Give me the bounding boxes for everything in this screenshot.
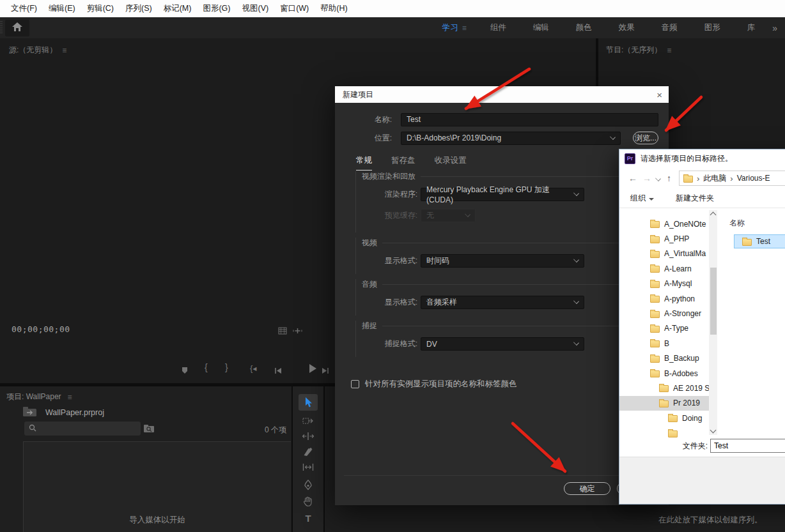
- pen-tool[interactable]: [304, 480, 313, 490]
- breadcrumb-drive[interactable]: Various-E: [737, 174, 770, 183]
- menu-bar: 文件(F) 编辑(E) 剪辑(C) 序列(S) 标记(M) 图形(G) 视图(V…: [0, 0, 785, 17]
- capture-format-label: 捕捉格式:: [356, 338, 417, 349]
- workspace-menu-icon[interactable]: ≡: [462, 24, 467, 33]
- video-display-format-dropdown[interactable]: 时间码: [421, 254, 584, 268]
- ripple-edit-tool[interactable]: [302, 432, 315, 441]
- panel-menu-icon[interactable]: ≡: [68, 393, 72, 402]
- source-panel-tab[interactable]: 源:（无剪辑） ≡: [9, 45, 66, 56]
- folder-tree: A_OneNOte A_PHP A_VirtualMa A-Learn A-My…: [619, 217, 717, 437]
- renderer-dropdown[interactable]: Mercury Playback Engine GPU 加速 (CUDA): [421, 188, 584, 201]
- audio-display-format-dropdown[interactable]: 音频采样: [421, 296, 584, 309]
- panel-menu-icon[interactable]: ≡: [667, 46, 671, 55]
- tree-scrollbar[interactable]: [709, 210, 717, 435]
- play-icon[interactable]: [309, 364, 317, 376]
- menu-file[interactable]: 文件(F): [5, 3, 43, 14]
- tree-item[interactable]: A-python: [619, 291, 717, 306]
- type-tool[interactable]: T: [305, 513, 311, 524]
- tab-ingest-settings[interactable]: 收录设置: [435, 155, 467, 171]
- ok-button[interactable]: 确定: [564, 482, 610, 495]
- menu-window[interactable]: 窗口(W): [274, 3, 315, 14]
- address-bar[interactable]: › 此电脑 › Various-E: [679, 171, 785, 186]
- close-icon[interactable]: ×: [657, 90, 662, 100]
- workspace-overflow-chevron[interactable]: »: [772, 23, 777, 33]
- project-file-row[interactable]: WallPaper.prproj: [23, 406, 104, 419]
- menu-markers[interactable]: 标记(M): [158, 3, 198, 14]
- up-icon[interactable]: ↑: [667, 173, 671, 183]
- workspace-tab-effects[interactable]: 效果: [619, 22, 635, 33]
- home-button[interactable]: [5, 20, 29, 36]
- project-search-box[interactable]: [24, 422, 141, 436]
- recent-locations-chevron-icon[interactable]: [655, 176, 661, 181]
- folder-name-input[interactable]: [710, 439, 785, 453]
- browse-button[interactable]: 浏览...: [633, 132, 658, 144]
- tree-item-selected[interactable]: Pr 2019: [619, 396, 717, 411]
- program-panel-tab[interactable]: 节目:（无序列） ≡: [606, 45, 671, 56]
- project-items-area[interactable]: 导入媒体以开始: [23, 441, 291, 532]
- track-select-tool[interactable]: [302, 416, 314, 425]
- tree-item[interactable]: B: [619, 336, 717, 351]
- source-timecode[interactable]: 00;00;00;00: [12, 324, 70, 334]
- tree-item[interactable]: A-Stronger: [619, 306, 717, 321]
- tree-item[interactable]: B-Adobes: [619, 366, 717, 381]
- tree-item[interactable]: B_Backup: [619, 351, 717, 366]
- forward-icon[interactable]: →: [642, 173, 651, 183]
- name-row: 名称:: [348, 113, 658, 126]
- mark-out-icon[interactable]: }: [225, 363, 228, 371]
- menu-edit[interactable]: 编辑(E): [43, 3, 81, 14]
- folder-icon: [650, 281, 660, 288]
- slip-tool[interactable]: [302, 463, 314, 471]
- tree-item[interactable]: A_OneNOte: [619, 217, 717, 231]
- tree-item[interactable]: A-Mysql: [619, 277, 717, 291]
- tab-general[interactable]: 常规: [356, 155, 372, 171]
- add-marker-icon[interactable]: [181, 365, 189, 377]
- tab-scratch-disks[interactable]: 暂存盘: [391, 155, 416, 171]
- scroll-up-icon[interactable]: [710, 212, 717, 218]
- new-folder-button[interactable]: 新建文件夹: [676, 193, 714, 204]
- workspace-tab-assembly[interactable]: 组件: [490, 22, 506, 33]
- tree-item[interactable]: AE 2019 SF: [619, 381, 717, 395]
- workspace-tab-editing[interactable]: 编辑: [533, 22, 549, 33]
- find-in-folder-icon[interactable]: [143, 423, 155, 436]
- tree-item[interactable]: A-Learn: [619, 261, 717, 276]
- menu-view[interactable]: 视图(V): [236, 3, 274, 14]
- button-editor-icon[interactable]: [293, 326, 302, 337]
- tree-item[interactable]: A-Type: [619, 321, 717, 336]
- go-to-in-icon[interactable]: {◀: [250, 363, 257, 373]
- search-input[interactable]: [40, 423, 130, 434]
- menu-graphics[interactable]: 图形(G): [197, 3, 236, 14]
- tree-item[interactable]: [619, 425, 717, 437]
- scroll-down-icon[interactable]: [710, 427, 717, 434]
- selection-tool[interactable]: [299, 394, 318, 411]
- checkbox-icon[interactable]: [351, 380, 359, 388]
- step-forward-icon[interactable]: [322, 365, 329, 377]
- tree-item[interactable]: A_VirtualMa: [619, 247, 717, 261]
- location-dropdown[interactable]: D:\B-Adobes\Pr 2019\Doing: [401, 132, 621, 145]
- step-back-icon[interactable]: [274, 365, 282, 377]
- project-name-input[interactable]: [401, 113, 658, 126]
- menu-help[interactable]: 帮助(H): [315, 3, 353, 14]
- file-list-item-selected[interactable]: Test: [734, 235, 785, 248]
- workspace-tab-color[interactable]: 颜色: [576, 22, 592, 33]
- name-column-header[interactable]: 名称: [722, 209, 785, 235]
- tree-item[interactable]: Doing: [619, 411, 717, 425]
- project-panel-tab[interactable]: 项目: WallPaper ≡: [6, 391, 72, 402]
- mark-in-icon[interactable]: {: [205, 363, 208, 371]
- tree-item[interactable]: A_PHP: [619, 231, 717, 246]
- folder-icon: [650, 370, 660, 377]
- workspace-tab-libraries[interactable]: 库: [747, 22, 756, 33]
- scrollbar-thumb[interactable]: [710, 268, 717, 335]
- workspace-tab-graphics[interactable]: 图形: [704, 22, 720, 33]
- capture-format-dropdown[interactable]: DV: [421, 337, 584, 351]
- razor-tool[interactable]: [304, 447, 313, 457]
- panel-menu-icon[interactable]: ≡: [62, 46, 66, 55]
- menu-sequence[interactable]: 序列(S): [120, 3, 158, 14]
- back-icon[interactable]: ←: [628, 173, 637, 183]
- hand-tool[interactable]: [304, 496, 313, 506]
- folder-icon: [650, 340, 660, 347]
- organize-button[interactable]: 组织: [630, 193, 646, 204]
- breadcrumb-this-pc[interactable]: 此电脑: [703, 173, 726, 184]
- workspace-tab-audio[interactable]: 音频: [662, 22, 678, 33]
- menu-clip[interactable]: 剪辑(C): [81, 3, 120, 14]
- monitor-settings-icon[interactable]: [278, 326, 287, 337]
- workspace-tab-learning[interactable]: 学习: [442, 22, 458, 33]
